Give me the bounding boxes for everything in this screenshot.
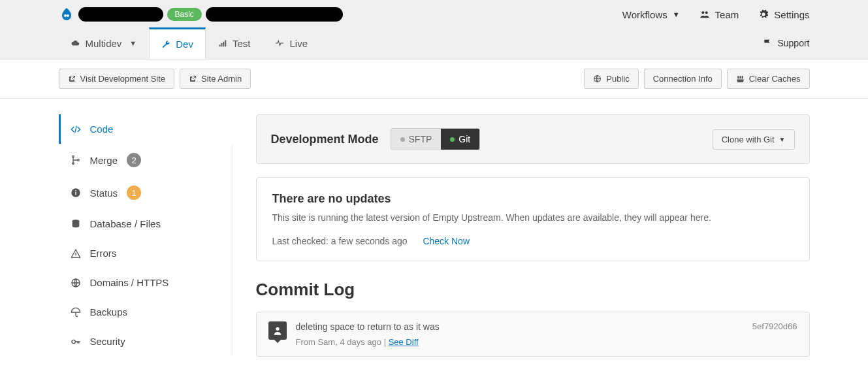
tab-multidev[interactable]: Multidev ▼ bbox=[59, 28, 150, 59]
sftp-label: SFTP bbox=[409, 134, 432, 144]
support-link[interactable]: Support bbox=[763, 29, 809, 57]
svg-rect-14 bbox=[75, 190, 76, 191]
visit-site-label: Visit Development Site bbox=[80, 74, 166, 84]
commit-hash: 5ef7920d66 bbox=[752, 321, 797, 331]
dev-mode-panel: Development Mode SFTP Git Clone with Git… bbox=[256, 114, 810, 164]
svg-point-18 bbox=[276, 327, 279, 331]
svg-point-3 bbox=[705, 11, 707, 14]
dev-mode-toggle: SFTP Git bbox=[391, 128, 481, 150]
site-admin-label: Site Admin bbox=[201, 74, 242, 84]
person-icon bbox=[272, 325, 283, 336]
svg-rect-7 bbox=[225, 40, 226, 46]
clear-caches-button[interactable]: Clear Caches bbox=[727, 69, 810, 89]
sidebar-errors-label: Errors bbox=[90, 248, 117, 259]
chevron-down-icon: ▼ bbox=[779, 136, 786, 143]
code-icon bbox=[71, 124, 81, 135]
globe-icon bbox=[71, 278, 81, 288]
svg-point-10 bbox=[72, 163, 74, 165]
sidebar-security-label: Security bbox=[90, 336, 125, 347]
live-label: Live bbox=[289, 38, 308, 49]
commit-log-title: Commit Log bbox=[256, 280, 810, 300]
dev-mode-label: Development Mode bbox=[271, 133, 379, 146]
sidebar-item-merge[interactable]: Merge 2 bbox=[59, 144, 233, 176]
commit-meta: From Sam, 4 days ago | See Diff bbox=[296, 337, 743, 347]
sidebar-domains-label: Domains / HTTPS bbox=[90, 277, 169, 288]
site-name-redacted bbox=[78, 7, 163, 22]
svg-point-17 bbox=[72, 340, 75, 343]
clone-git-label: Clone with Git bbox=[722, 135, 775, 144]
check-now-link[interactable]: Check Now bbox=[423, 236, 470, 246]
sidebar-code-label: Code bbox=[90, 123, 114, 135]
commit-meta-text: From Sam, 4 days ago bbox=[296, 337, 382, 347]
cloud-icon bbox=[71, 39, 80, 48]
sidebar-database-label: Database / Files bbox=[90, 218, 161, 229]
chevron-down-icon: ▼ bbox=[673, 10, 680, 18]
team-icon bbox=[699, 9, 710, 20]
svg-point-11 bbox=[77, 159, 79, 161]
flag-icon bbox=[763, 39, 772, 48]
external-link-icon bbox=[68, 75, 76, 83]
sidebar-item-code[interactable]: Code bbox=[59, 114, 233, 144]
sftp-option[interactable]: SFTP bbox=[391, 129, 442, 150]
sidebar-item-security[interactable]: Security bbox=[59, 327, 233, 356]
avatar bbox=[268, 321, 287, 340]
svg-point-0 bbox=[64, 14, 67, 17]
wrench-icon bbox=[161, 40, 170, 49]
sidebar-backups-label: Backups bbox=[90, 306, 128, 318]
globe-icon bbox=[593, 74, 602, 83]
svg-rect-5 bbox=[221, 43, 223, 46]
key-icon bbox=[71, 336, 81, 347]
workflows-menu[interactable]: Workflows ▼ bbox=[622, 9, 680, 20]
sidebar-status-label: Status bbox=[90, 188, 118, 199]
git-option[interactable]: Git bbox=[441, 129, 479, 150]
sidebar-item-backups[interactable]: Backups bbox=[59, 297, 233, 327]
tab-test[interactable]: Test bbox=[206, 28, 263, 59]
merge-count-badge: 2 bbox=[127, 153, 141, 167]
clone-git-button[interactable]: Clone with Git ▼ bbox=[713, 129, 795, 150]
sidebar-item-errors[interactable]: Errors bbox=[59, 238, 233, 268]
svg-rect-4 bbox=[219, 44, 221, 46]
commit-row: deleting space to return to as it was Fr… bbox=[256, 312, 810, 357]
svg-point-9 bbox=[72, 155, 74, 157]
broom-icon bbox=[736, 74, 745, 83]
visit-site-button[interactable]: Visit Development Site bbox=[59, 69, 175, 89]
settings-label: Settings bbox=[774, 9, 809, 20]
team-link[interactable]: Team bbox=[699, 9, 739, 20]
plan-badge: Basic bbox=[167, 8, 202, 21]
multidev-label: Multidev bbox=[86, 38, 122, 49]
info-icon bbox=[71, 188, 81, 198]
team-label: Team bbox=[715, 9, 739, 20]
dot-icon bbox=[400, 137, 405, 142]
see-diff-link[interactable]: See Diff bbox=[389, 337, 419, 347]
sidebar-item-status[interactable]: Status 1 bbox=[59, 176, 233, 209]
dot-icon bbox=[450, 137, 455, 142]
pulse-icon bbox=[275, 39, 284, 48]
connection-info-button[interactable]: Connection Info bbox=[644, 69, 722, 89]
svg-rect-6 bbox=[223, 42, 225, 47]
git-label: Git bbox=[458, 134, 470, 144]
settings-link[interactable]: Settings bbox=[758, 9, 809, 20]
external-link-icon bbox=[189, 75, 197, 83]
updates-description: This site is running the latest version … bbox=[272, 212, 794, 223]
public-label: Public bbox=[606, 74, 629, 84]
gear-icon bbox=[758, 9, 769, 20]
test-icon bbox=[218, 39, 227, 48]
dev-label: Dev bbox=[176, 39, 193, 50]
site-detail-redacted bbox=[206, 7, 343, 22]
sidebar-item-database[interactable]: Database / Files bbox=[59, 209, 233, 238]
sidebar-item-domains[interactable]: Domains / HTTPS bbox=[59, 268, 233, 297]
test-label: Test bbox=[233, 38, 251, 49]
public-button[interactable]: Public bbox=[584, 69, 638, 89]
chevron-down-icon: ▼ bbox=[129, 39, 137, 47]
drupal-icon bbox=[59, 7, 74, 22]
tab-live[interactable]: Live bbox=[263, 28, 320, 59]
updates-panel: There are no updates This site is runnin… bbox=[256, 177, 810, 261]
support-label: Support bbox=[777, 38, 809, 48]
umbrella-icon bbox=[71, 307, 81, 318]
status-count-badge: 1 bbox=[127, 186, 141, 200]
sidebar: Code Merge 2 Status 1 Database / Files E… bbox=[59, 114, 233, 357]
sidebar-merge-label: Merge bbox=[90, 155, 118, 166]
site-admin-button[interactable]: Site Admin bbox=[180, 69, 251, 89]
connection-info-label: Connection Info bbox=[653, 74, 713, 84]
tab-dev[interactable]: Dev bbox=[149, 27, 206, 59]
